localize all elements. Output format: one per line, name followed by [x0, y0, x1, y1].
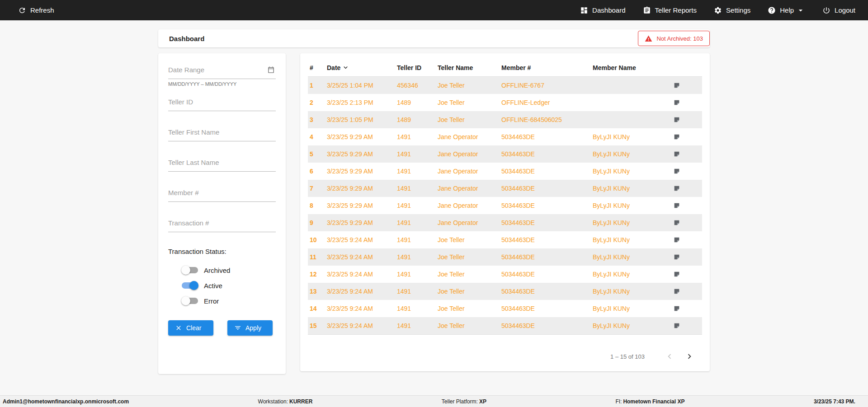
teller-id-input[interactable]: [168, 96, 276, 111]
table-row[interactable]: 15 3/23/25 9:24 AM 1491 Joe Teller 50344…: [308, 317, 702, 334]
row-number: 6: [310, 168, 327, 175]
date-range-input[interactable]: [168, 64, 276, 79]
note-icon[interactable]: [673, 236, 702, 243]
archived-toggle[interactable]: [182, 267, 198, 273]
row-date: 3/23/25 9:24 AM: [327, 271, 397, 278]
note-icon[interactable]: [673, 82, 702, 89]
calendar-icon[interactable]: [267, 66, 275, 74]
teller-last-name-input[interactable]: [168, 157, 276, 172]
row-number: 7: [310, 185, 327, 192]
row-teller-id: 1491: [397, 219, 438, 226]
note-icon[interactable]: [673, 150, 702, 158]
teller-first-name-field: [168, 126, 276, 141]
refresh-label: Refresh: [30, 6, 54, 14]
table-row[interactable]: 3 3/23/25 1:05 PM 1489 Joe Teller OFFLIN…: [308, 111, 702, 128]
nav-teller-reports[interactable]: Teller Reports: [643, 6, 697, 14]
table-row[interactable]: 2 3/23/25 2:13 PM 1489 Joe Teller OFFLIN…: [308, 94, 702, 111]
row-date: 3/23/25 9:24 AM: [327, 305, 397, 312]
row-number: 4: [310, 133, 327, 140]
page-header: Dashboard Not Archived: 103: [158, 29, 710, 47]
row-member-number: 5034463DE: [501, 288, 593, 295]
refresh-button[interactable]: Refresh: [18, 6, 54, 14]
table-row[interactable]: 1 3/25/25 1:04 PM 456346 Joe Teller OFFL…: [308, 77, 702, 94]
table-row[interactable]: 6 3/23/25 9:29 AM 1491 Jane Operator 503…: [308, 163, 702, 180]
close-icon: [175, 324, 182, 332]
row-teller-name: Joe Teller: [438, 236, 501, 243]
error-toggle[interactable]: [182, 298, 198, 304]
active-toggle[interactable]: [182, 282, 198, 289]
previous-page-button[interactable]: [663, 350, 676, 363]
table-row[interactable]: 13 3/23/25 9:24 AM 1491 Joe Teller 50344…: [308, 283, 702, 300]
not-archived-badge[interactable]: Not Archived: 103: [638, 31, 710, 46]
column-header-teller-name[interactable]: Teller Name: [438, 64, 501, 71]
nav-dashboard[interactable]: Dashboard: [580, 6, 625, 14]
note-icon[interactable]: [673, 322, 702, 329]
row-member-number: 5034463DE: [501, 322, 593, 329]
toggle-thumb: [181, 266, 190, 275]
nav-logout[interactable]: Logout: [822, 6, 855, 14]
teller-first-name-input[interactable]: [168, 126, 276, 141]
table-row[interactable]: 7 3/23/25 9:29 AM 1491 Jane Operator 503…: [308, 180, 702, 197]
row-teller-name: Jane Operator: [438, 202, 501, 209]
table-row[interactable]: 10 3/23/25 9:24 AM 1491 Joe Teller 50344…: [308, 231, 702, 248]
row-date: 3/23/25 9:24 AM: [327, 288, 397, 295]
table-body: 1 3/25/25 1:04 PM 456346 Joe Teller OFFL…: [308, 77, 702, 335]
member-number-input[interactable]: [168, 187, 276, 202]
table-row[interactable]: 9 3/23/25 9:29 AM 1491 Jane Operator 503…: [308, 214, 702, 231]
nav-settings[interactable]: Settings: [714, 6, 750, 14]
row-teller-name: Jane Operator: [438, 150, 501, 158]
toggle-row-error: Error: [168, 293, 276, 309]
note-icon[interactable]: [673, 202, 702, 209]
teller-platform-value: XP: [479, 398, 486, 405]
nav-teller-reports-label: Teller Reports: [655, 6, 697, 14]
row-teller-id: 1491: [397, 253, 438, 261]
row-number: 14: [310, 305, 327, 312]
clear-button[interactable]: Clear: [168, 320, 213, 336]
row-teller-name: Joe Teller: [438, 322, 501, 329]
table-row[interactable]: 11 3/23/25 9:24 AM 1491 Joe Teller 50344…: [308, 248, 702, 266]
table-header: # Date Teller ID Teller Name Member # Me…: [308, 59, 702, 77]
status-bar: Admin1@hometownfinancialxp.onmicrosoft.c…: [0, 395, 868, 407]
row-member-number: OFFLINE-684506025: [501, 116, 593, 123]
note-icon[interactable]: [673, 219, 702, 226]
table-row[interactable]: 8 3/23/25 9:29 AM 1491 Jane Operator 503…: [308, 197, 702, 214]
row-number: 10: [310, 236, 327, 243]
workstation-label: Workstation:: [258, 398, 288, 405]
row-teller-id: 1491: [397, 185, 438, 192]
row-member-number: 5034463DE: [501, 168, 593, 175]
nav-help[interactable]: Help: [768, 6, 805, 15]
row-teller-name: Jane Operator: [438, 133, 501, 140]
column-header-member-number[interactable]: Member #: [501, 64, 593, 71]
note-icon[interactable]: [673, 185, 702, 192]
note-icon[interactable]: [673, 305, 702, 312]
sort-desc-icon: [342, 64, 349, 71]
clear-button-label: Clear: [186, 324, 201, 332]
note-icon[interactable]: [673, 99, 702, 106]
column-header-date[interactable]: Date: [327, 64, 397, 71]
table-row[interactable]: 14 3/23/25 9:24 AM 1491 Joe Teller 50344…: [308, 300, 702, 317]
column-header-num: #: [310, 64, 327, 71]
help-icon: [768, 6, 776, 14]
column-header-teller-id[interactable]: Teller ID: [397, 64, 438, 71]
row-member-name: ByLyJI KUNy: [593, 271, 673, 278]
table-row[interactable]: 12 3/23/25 9:24 AM 1491 Joe Teller 50344…: [308, 266, 702, 283]
apply-button[interactable]: Apply: [227, 320, 273, 336]
note-icon[interactable]: [673, 271, 702, 278]
note-icon[interactable]: [673, 288, 702, 295]
table-row[interactable]: 4 3/23/25 9:29 AM 1491 Jane Operator 503…: [308, 128, 702, 145]
column-header-member-name[interactable]: Member Name: [593, 64, 673, 71]
note-icon[interactable]: [673, 168, 702, 175]
note-icon[interactable]: [673, 133, 702, 140]
top-navbar: Refresh Dashboard Teller Reports Setting…: [0, 0, 868, 20]
row-teller-id: 456346: [397, 82, 438, 89]
table-row[interactable]: 5 3/23/25 9:29 AM 1491 Jane Operator 503…: [308, 145, 702, 163]
warning-icon: [645, 35, 652, 42]
note-icon[interactable]: [673, 116, 702, 123]
row-teller-name: Jane Operator: [438, 185, 501, 192]
fi-value: Hometown Financial XP: [623, 398, 684, 405]
transaction-number-input[interactable]: [168, 217, 276, 232]
next-page-button[interactable]: [683, 350, 696, 363]
row-date: 3/23/25 2:13 PM: [327, 99, 397, 106]
row-teller-name: Jane Operator: [438, 168, 501, 175]
note-icon[interactable]: [673, 253, 702, 261]
